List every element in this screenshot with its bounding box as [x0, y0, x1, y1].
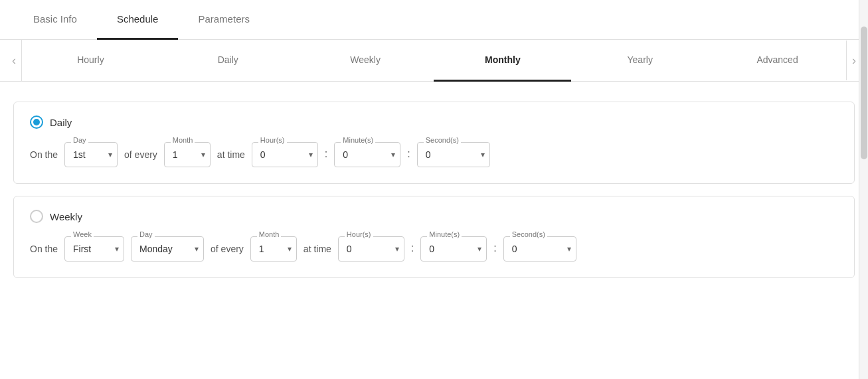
sub-tabs-container: Hourly Daily Weekly Monthly Yearly Advan… [21, 40, 846, 81]
daily-hours-select[interactable]: 012345 67891011 121314151617 18192021222… [252, 142, 318, 167]
tab-schedule[interactable]: Schedule [97, 0, 179, 40]
sub-tab-hourly[interactable]: Hourly [22, 40, 159, 82]
daily-section-header: Daily [30, 115, 838, 129]
scrollbar-thumb[interactable] [861, 27, 867, 159]
daily-minutes-select[interactable]: 015101520 2530354045505559 [334, 142, 400, 167]
tab-parameters[interactable]: Parameters [178, 0, 270, 40]
sub-tab-yearly[interactable]: Yearly [571, 40, 709, 82]
weekly-day-field: Day MondayTuesdayWednesdayThursday Frida… [131, 236, 204, 262]
daily-hours-label: Hour(s) [258, 136, 287, 144]
daily-label-of-every: of every [124, 149, 157, 160]
daily-label-at-time: at time [217, 149, 245, 160]
daily-section-title: Daily [50, 117, 72, 128]
weekly-hours-field: Hour(s) 012345 67891011 121314151617 181… [338, 236, 404, 262]
weekly-month-select[interactable]: 123456 789101112 [250, 236, 297, 262]
weekly-radio[interactable] [30, 210, 43, 223]
daily-month-label: Month [171, 136, 195, 144]
weekly-day-select[interactable]: MondayTuesdayWednesdayThursday FridaySat… [131, 236, 204, 262]
tab-basic-info[interactable]: Basic Info [13, 0, 97, 40]
sub-tab-advanced[interactable]: Advanced [709, 40, 846, 82]
sub-tab-monthly[interactable]: Monthly [434, 40, 571, 82]
weekly-week-label: Week [71, 230, 94, 238]
weekly-minutes-label: Minute(s) [427, 230, 462, 238]
weekly-seconds-label: Second(s) [510, 230, 547, 238]
weekly-hours-select[interactable]: 012345 67891011 121314151617 18192021222… [338, 236, 404, 262]
weekly-week-field: Week FirstSecondThirdFourthLast [64, 236, 124, 262]
daily-hours-field: Hour(s) 012345 67891011 121314151617 181… [252, 142, 318, 167]
scrollbar-track[interactable] [859, 0, 868, 379]
weekly-week-select[interactable]: FirstSecondThirdFourthLast [64, 236, 124, 262]
daily-section: Daily On the Day 1st2nd3rd4th5th 6th7th8… [13, 102, 855, 184]
daily-radio[interactable] [30, 115, 43, 129]
sub-tabs-row: ‹ Hourly Daily Weekly Monthly Yearly Adv… [0, 40, 868, 82]
daily-month-select[interactable]: 123456 789101112 [164, 142, 211, 167]
daily-label-on-the: On the [30, 149, 58, 160]
content-area: Daily On the Day 1st2nd3rd4th5th 6th7th8… [0, 82, 868, 310]
weekly-day-label: Day [137, 230, 155, 238]
top-tabs: Basic Info Schedule Parameters [0, 0, 868, 40]
daily-minutes-label: Minute(s) [341, 136, 375, 144]
daily-seconds-label: Second(s) [424, 136, 461, 144]
sub-tab-daily[interactable]: Daily [159, 40, 297, 82]
weekly-seconds-select[interactable]: 015101520 2530354045505559 [503, 236, 576, 262]
sub-tabs-prev-button[interactable]: ‹ [7, 47, 21, 74]
daily-day-label: Day [71, 136, 88, 144]
weekly-month-field: Month 123456 789101112 [250, 236, 297, 262]
weekly-section-title: Weekly [50, 211, 82, 222]
daily-form-row: On the Day 1st2nd3rd4th5th 6th7th8th9th1… [30, 142, 838, 167]
weekly-colon-2: : [493, 242, 496, 256]
daily-day-select[interactable]: 1st2nd3rd4th5th 6th7th8th9th10th 15th20t… [64, 142, 118, 167]
weekly-seconds-field: Second(s) 015101520 2530354045505559 [503, 236, 576, 262]
daily-seconds-field: Second(s) 015101520 2530354045505559 [417, 142, 490, 167]
weekly-minutes-field: Minute(s) 015101520 2530354045505559 [420, 236, 487, 262]
weekly-label-at-time: at time [304, 244, 331, 254]
weekly-label-of-every: of every [211, 244, 244, 254]
weekly-colon-1: : [411, 242, 414, 256]
daily-seconds-select[interactable]: 015101520 2530354045505559 [417, 142, 490, 167]
daily-colon-1: : [325, 148, 327, 161]
weekly-month-label: Month [257, 230, 282, 238]
weekly-form-row: On the Week FirstSecondThirdFourthLast D… [30, 236, 838, 262]
daily-day-field: Day 1st2nd3rd4th5th 6th7th8th9th10th 15t… [64, 142, 118, 167]
sub-tab-weekly[interactable]: Weekly [297, 40, 434, 82]
weekly-section: Weekly On the Week FirstSecondThirdFourt… [13, 196, 855, 278]
daily-colon-2: : [407, 148, 410, 161]
weekly-hours-label: Hour(s) [345, 230, 373, 238]
daily-month-field: Month 123456 789101112 [164, 142, 211, 167]
daily-minutes-field: Minute(s) 015101520 2530354045505559 [334, 142, 400, 167]
weekly-minutes-select[interactable]: 015101520 2530354045505559 [420, 236, 487, 262]
weekly-section-header: Weekly [30, 210, 838, 223]
weekly-label-on-the: On the [30, 244, 58, 254]
